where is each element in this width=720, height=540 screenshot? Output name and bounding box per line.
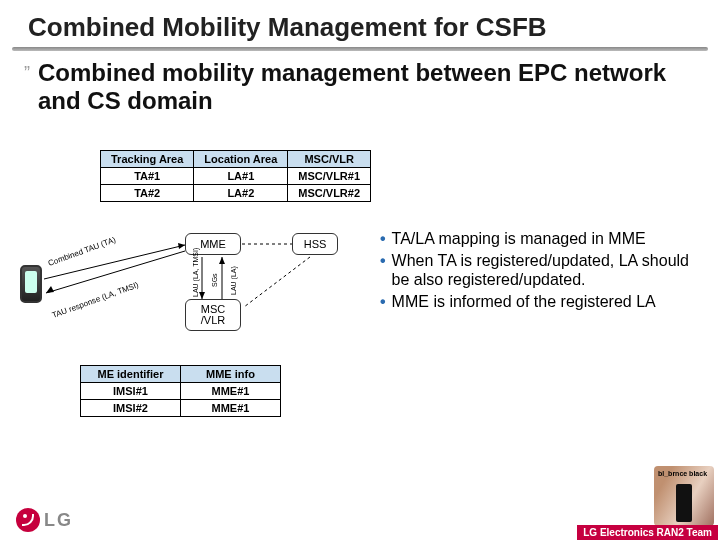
note-item: • TA/LA mapping is managed in MME bbox=[380, 230, 700, 248]
svg-marker-3 bbox=[46, 286, 54, 293]
label-combined-tau: Combined TAU (TA) bbox=[47, 235, 117, 268]
lg-logo: LG bbox=[16, 508, 73, 532]
ue-icon bbox=[20, 265, 42, 303]
map-r0c0: TA#1 bbox=[101, 168, 194, 185]
network-diagram: MME MSC /VLR HSS Combined TAU (TA) TAU r… bbox=[20, 225, 350, 355]
note-text: MME is informed of the registered LA bbox=[392, 293, 656, 311]
bullet-dot-icon: • bbox=[380, 230, 386, 248]
note-text: TA/LA mapping is managed in MME bbox=[392, 230, 646, 248]
svg-marker-1 bbox=[178, 243, 185, 249]
map-th-2: MSC/VLR bbox=[288, 151, 371, 168]
msc-vlr-node: MSC /VLR bbox=[185, 299, 241, 331]
lg-face-icon bbox=[16, 508, 40, 532]
me-r1c1: MME#1 bbox=[181, 400, 281, 417]
map-r0c1: LA#1 bbox=[194, 168, 288, 185]
title-divider bbox=[12, 47, 708, 51]
map-r1c2: MSC/VLR#2 bbox=[288, 185, 371, 202]
svg-line-10 bbox=[244, 257, 310, 307]
content-area: Tracking Area Location Area MSC/VLR TA#1… bbox=[0, 150, 720, 540]
label-lau-la-tmsi: LAU (LA, TMSI) bbox=[192, 248, 199, 297]
mapping-table: Tracking Area Location Area MSC/VLR TA#1… bbox=[100, 150, 371, 202]
hss-node: HSS bbox=[292, 233, 338, 255]
me-r0c1: MME#1 bbox=[181, 383, 281, 400]
note-item: • MME is informed of the registered LA bbox=[380, 293, 700, 311]
main-bullet-text: Combined mobility management between EPC… bbox=[38, 59, 696, 114]
note-text: When TA is registered/updated, LA should… bbox=[392, 252, 700, 289]
me-r1c0: IMSI#2 bbox=[81, 400, 181, 417]
main-bullet-row: ” Combined mobility management between E… bbox=[0, 59, 720, 120]
map-th-1: Location Area bbox=[194, 151, 288, 168]
map-r1c0: TA#2 bbox=[101, 185, 194, 202]
bullet-dot-icon: • bbox=[380, 293, 386, 311]
phone-caption: bl_brnce black bbox=[658, 470, 707, 477]
note-item: • When TA is registered/updated, LA shou… bbox=[380, 252, 700, 289]
bullet-dot-icon: • bbox=[380, 252, 386, 289]
svg-marker-7 bbox=[199, 292, 205, 299]
map-r0c2: MSC/VLR#1 bbox=[288, 168, 371, 185]
phone-promo-image: bl_brnce black bbox=[654, 466, 714, 526]
label-lau-la: LAU (LA) bbox=[230, 266, 237, 295]
map-th-0: Tracking Area bbox=[101, 151, 194, 168]
phone-icon bbox=[676, 484, 692, 522]
bullet-icon: ” bbox=[24, 59, 30, 87]
label-tau-response: TAU response (LA, TMSI) bbox=[51, 280, 140, 320]
label-sgs: SGs bbox=[211, 273, 218, 287]
me-r0c0: IMSI#1 bbox=[81, 383, 181, 400]
me-th-0: ME identifier bbox=[81, 366, 181, 383]
lg-logo-text: LG bbox=[44, 510, 73, 531]
me-th-1: MME info bbox=[181, 366, 281, 383]
map-r1c1: LA#2 bbox=[194, 185, 288, 202]
notes-list: • TA/LA mapping is managed in MME • When… bbox=[380, 230, 700, 316]
footer-team-label: LG Electronics RAN2 Team bbox=[577, 525, 718, 540]
me-identifier-table: ME identifier MME info IMSI#1 MME#1 IMSI… bbox=[80, 365, 281, 417]
slide-title: Combined Mobility Management for CSFB bbox=[0, 0, 720, 47]
svg-marker-9 bbox=[219, 257, 225, 264]
